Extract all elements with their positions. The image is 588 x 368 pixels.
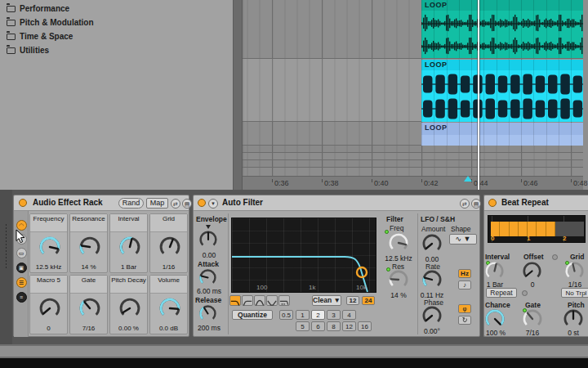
device-auto-filter: ▼ Auto Filter ⇄ ▤ Envelope 0.00 Attack 6… <box>193 195 480 337</box>
beat-repeat-interval-bar <box>491 222 555 236</box>
repeat-button[interactable]: Repeat <box>486 288 517 298</box>
macro-7: Pitch Decay0.00 % <box>109 275 148 334</box>
quantize-2[interactable]: 2 <box>311 310 325 320</box>
audio-clip-1[interactable]: LOOP <box>421 0 583 58</box>
quantize-3[interactable]: 3 <box>327 310 341 320</box>
interval-knob[interactable] <box>484 261 505 281</box>
macro-8-knob[interactable] <box>158 297 181 320</box>
lfo-amount-knob[interactable] <box>421 233 443 254</box>
slope-12-button[interactable]: 12 <box>346 296 359 305</box>
quantize-16[interactable]: 16 <box>358 321 372 331</box>
lfo-spin-mode-button[interactable]: ↻ <box>458 316 471 325</box>
beat-repeat-rest-bar <box>555 222 584 236</box>
fold-device-icon[interactable]: ▼ <box>208 199 218 209</box>
lfo-header: LFO / S&H <box>421 215 455 223</box>
highpass-icon[interactable] <box>242 295 253 306</box>
browser-item-utilities[interactable]: Utilities <box>0 43 233 57</box>
filter-res-knob[interactable] <box>388 269 409 290</box>
no-triplets-dropdown[interactable]: No Trpl <box>561 288 588 298</box>
folder-icon <box>7 34 16 40</box>
macro-variation-launch-icon[interactable]: ▸ <box>16 234 27 245</box>
macro-2-knob[interactable] <box>78 236 101 258</box>
slope-24-button[interactable]: 24 <box>362 296 375 305</box>
circuit-dropdown[interactable]: Clean ▼ <box>312 295 341 306</box>
morph-icon[interactable] <box>278 295 290 306</box>
macro-6-knob[interactable] <box>78 297 101 320</box>
show-chain-list-icon[interactable]: ▣ <box>16 263 27 273</box>
quantize-0.5[interactable]: 0.5 <box>279 310 293 320</box>
quantize-5[interactable]: 5 <box>296 321 310 331</box>
drag-handle-dots[interactable] <box>4 224 9 270</box>
envelope-amount-knob[interactable] <box>198 230 218 249</box>
arrangement-view: LOOP LOOP LOOP 0:36 0:38 0:40 0:42 0:44 … <box>243 0 588 190</box>
browser-item-performance[interactable]: Performance <box>0 2 233 16</box>
offset-led <box>552 254 558 260</box>
rack-title-bar[interactable]: Audio Effect Rack Rand Map ⇄ ▤ <box>14 195 189 211</box>
release-label: Release <box>195 296 221 304</box>
attack-knob[interactable] <box>198 268 217 287</box>
hot-swap-icon[interactable]: ⇄ <box>171 199 180 209</box>
lfo-rate-knob[interactable] <box>421 269 443 290</box>
audio-clip-3[interactable]: LOOP <box>421 123 583 146</box>
device-on-toggle[interactable] <box>19 199 27 207</box>
grid-label: Grid <box>570 253 584 261</box>
lfo-shape-dropdown[interactable]: ∿ ▼ <box>449 234 477 245</box>
attack-label: Attack <box>198 260 219 268</box>
lfo-phase-knob[interactable] <box>421 305 443 326</box>
gate-knob[interactable] <box>522 308 543 330</box>
browser-arrangement-divider[interactable] <box>233 0 243 190</box>
lfo-sync-button[interactable]: ♪ <box>458 280 471 289</box>
macro-5: Macro 50 <box>29 275 68 334</box>
beat-repeat-title-bar[interactable]: Beat Repeat <box>484 195 588 211</box>
lfo-hz-button[interactable]: Hz <box>458 269 471 278</box>
macro-3-knob[interactable] <box>118 236 141 258</box>
release-knob[interactable] <box>198 304 217 323</box>
auto-filter-title-bar[interactable]: ▼ Auto Filter ⇄ ▤ <box>194 195 479 211</box>
filter-display[interactable]: 100 1k 10k <box>231 218 376 293</box>
repeat-led <box>522 290 528 296</box>
macro-8: Volume0.0 dB <box>149 275 188 334</box>
envelope-header: Envelope <box>196 215 227 223</box>
quantize-8[interactable]: 8 <box>327 321 341 331</box>
audio-clip-2[interactable]: LOOP <box>421 60 583 122</box>
rack-sidebar: ◠ ▸ ▭ ▣ ☰ ≡ <box>14 211 29 337</box>
hot-swap-icon[interactable]: ⇄ <box>460 199 470 209</box>
bandpass-icon[interactable] <box>254 295 265 306</box>
folder-icon <box>7 47 16 54</box>
pitch-knob[interactable] <box>563 308 584 330</box>
browser-item-pitch-modulation[interactable]: Pitch & Modulation <box>0 16 233 29</box>
show-macro-controls-icon[interactable]: ☰ <box>16 277 27 288</box>
show-macro-variations-icon[interactable]: ◠ <box>16 220 27 231</box>
show-devices-icon[interactable]: ≡ <box>16 292 27 303</box>
quantize-1[interactable]: 1 <box>296 310 310 320</box>
macro-5-knob[interactable] <box>38 297 61 320</box>
device-on-toggle[interactable] <box>198 199 206 207</box>
offset-knob[interactable] <box>522 261 542 281</box>
chance-knob[interactable] <box>484 308 506 330</box>
save-preset-icon[interactable]: ▤ <box>471 199 481 209</box>
quantize-12[interactable]: 12 <box>342 321 356 331</box>
quantize-button[interactable]: Quantize <box>232 310 273 320</box>
ableton-live-window: Performance Pitch & Modulation Time & Sp… <box>0 0 588 368</box>
macro-1-knob[interactable] <box>38 236 61 258</box>
browser-item-time-space[interactable]: Time & Space <box>0 29 233 43</box>
notch-icon[interactable] <box>266 295 278 306</box>
rand-button[interactable]: Rand <box>118 198 144 209</box>
macro-variation-camera-icon[interactable]: ▭ <box>16 248 27 258</box>
quantize-6[interactable]: 6 <box>311 321 325 331</box>
macro-4-knob[interactable] <box>158 236 181 258</box>
macro-7-knob[interactable] <box>118 297 141 320</box>
lfo-phase-mode-button[interactable]: φ <box>458 304 471 313</box>
filter-freq-knob[interactable] <box>388 232 409 254</box>
device-title: Audio Effect Rack <box>33 198 103 207</box>
quantize-4[interactable]: 4 <box>342 310 356 320</box>
device-on-toggle[interactable] <box>488 199 497 207</box>
lfo-amount-label: Amount <box>421 225 445 233</box>
save-preset-icon[interactable]: ▤ <box>182 199 192 209</box>
beat-repeat-display[interactable]: 0 1 2 <box>488 215 586 243</box>
lowpass-icon[interactable] <box>229 295 241 306</box>
time-ruler[interactable]: 0:36 0:38 0:40 0:42 0:44 0:46 0:48 <box>243 176 583 190</box>
grid-knob[interactable] <box>564 261 585 281</box>
insert-marker[interactable] <box>464 176 472 182</box>
map-button[interactable]: Map <box>146 198 168 209</box>
